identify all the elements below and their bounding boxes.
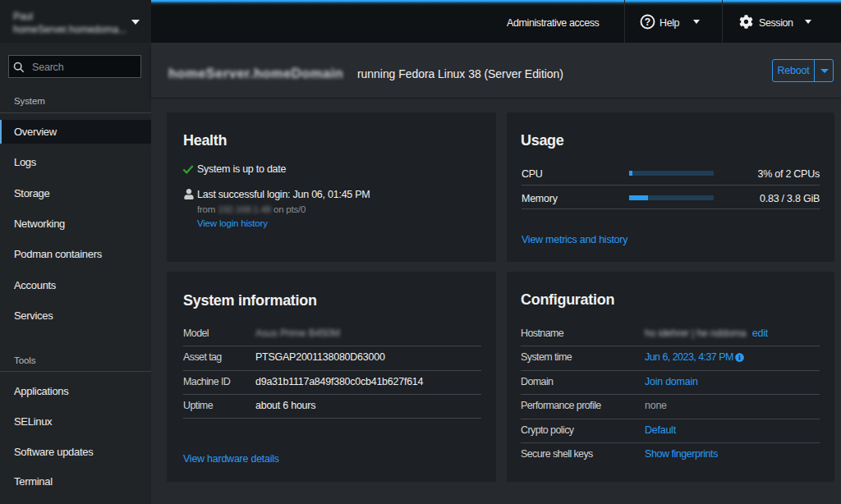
svg-text:?: ? bbox=[645, 16, 650, 27]
